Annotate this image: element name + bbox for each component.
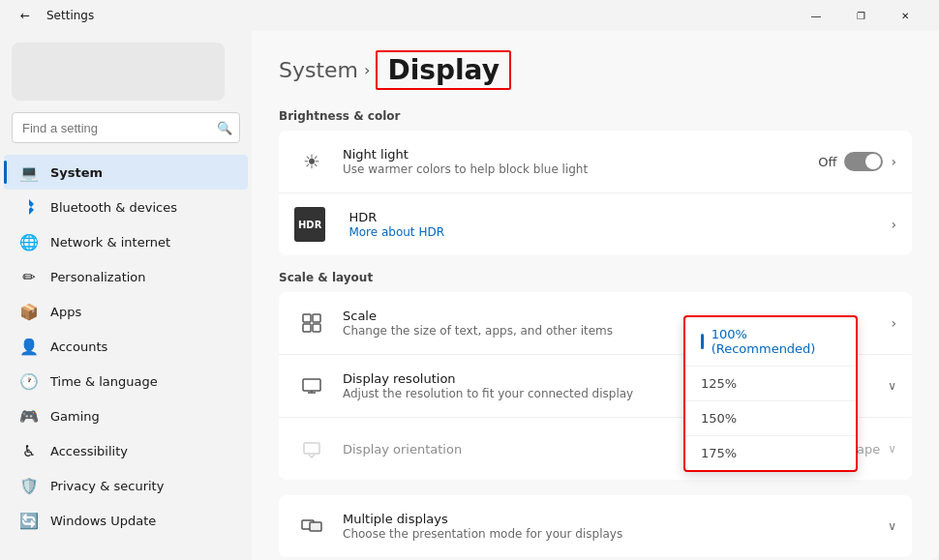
- scale-option-100[interactable]: 100% (Recommended): [685, 317, 856, 367]
- hdr-text: HDR More about HDR: [348, 210, 891, 239]
- scale-option-label: 125%: [701, 376, 737, 391]
- section-brightness-title: Brightness & color: [279, 109, 912, 123]
- display-orientation-icon: [294, 431, 329, 466]
- night-light-text: Night light Use warmer colors to help bl…: [343, 147, 818, 176]
- selected-indicator: [701, 334, 704, 349]
- svg-rect-9: [310, 522, 321, 531]
- scale-chevron: ›: [891, 315, 896, 331]
- scale-option-label: 175%: [701, 446, 737, 460]
- network-icon: 🌐: [19, 232, 39, 251]
- breadcrumb: System › Display: [279, 50, 912, 90]
- close-button[interactable]: ✕: [883, 0, 927, 31]
- accessibility-icon: ♿: [19, 441, 39, 460]
- scale-option-175[interactable]: 175%: [685, 436, 856, 470]
- multiple-displays-card: Multiple displays Choose the presentatio…: [279, 495, 912, 557]
- sidebar-item-label: Windows Update: [50, 514, 156, 528]
- window-title: Settings: [46, 9, 94, 22]
- svg-rect-4: [303, 379, 320, 391]
- personalization-icon: ✏️: [19, 267, 39, 286]
- multiple-displays-text: Multiple displays Choose the presentatio…: [343, 512, 888, 541]
- multiple-displays-icon: [294, 509, 329, 544]
- hdr-row[interactable]: HDR HDR More about HDR ›: [279, 193, 912, 255]
- titlebar-controls: — ❐ ✕: [794, 0, 927, 31]
- night-light-title: Night light: [343, 147, 818, 162]
- display-resolution-right: ∨: [888, 379, 896, 393]
- sidebar-item-accessibility[interactable]: ♿ Accessibility: [4, 433, 248, 468]
- night-light-right: Off ›: [818, 152, 896, 171]
- display-resolution-icon: [294, 368, 329, 403]
- svg-rect-3: [313, 324, 320, 332]
- user-avatar: [12, 43, 225, 101]
- gaming-icon: 🎮: [19, 406, 39, 426]
- brightness-card: ☀️ Night light Use warmer colors to help…: [279, 131, 912, 255]
- sidebar-item-label: Time & language: [50, 374, 158, 389]
- sidebar-item-label: Gaming: [50, 409, 100, 424]
- hdr-right: ›: [891, 217, 896, 232]
- svg-rect-1: [313, 314, 320, 322]
- hdr-title: HDR: [348, 210, 891, 224]
- sidebar-item-privacy[interactable]: 🛡️ Privacy & security: [4, 468, 248, 503]
- apps-icon: 📦: [19, 302, 39, 321]
- sidebar-item-accounts[interactable]: 👤 Accounts: [4, 329, 248, 364]
- titlebar: ← Settings — ❐ ✕: [0, 0, 939, 31]
- night-light-status: Off: [818, 155, 836, 169]
- bluetooth-icon: [19, 197, 39, 217]
- content-area: 🔍 💻 System Bluetooth & devices 🌐 Network…: [0, 31, 939, 560]
- scale-right: 100% (Recommended) 125% 150% 175%: [883, 315, 896, 331]
- sidebar-item-apps[interactable]: 📦 Apps: [4, 294, 248, 329]
- sidebar-item-time[interactable]: 🕐 Time & language: [4, 364, 248, 398]
- sidebar-item-label: Network & internet: [50, 235, 170, 250]
- multiple-displays-right: ∨: [888, 519, 896, 533]
- breadcrumb-current: Display: [376, 50, 510, 90]
- minimize-button[interactable]: —: [794, 0, 838, 31]
- multiple-displays-arrow: ∨: [888, 519, 896, 533]
- accounts-icon: 👤: [19, 337, 39, 356]
- system-icon: 💻: [19, 162, 39, 182]
- hdr-icon: HDR: [294, 207, 325, 242]
- night-light-chevron: ›: [891, 154, 896, 169]
- titlebar-left: ← Settings: [12, 2, 94, 29]
- night-light-icon: ☀️: [294, 144, 329, 179]
- sidebar-item-label: System: [50, 165, 103, 180]
- display-orientation-arrow: ∨: [888, 442, 896, 456]
- sidebar-item-label: Bluetooth & devices: [50, 200, 177, 215]
- sidebar-item-personalization[interactable]: ✏️ Personalization: [4, 259, 248, 294]
- sidebar-item-update[interactable]: 🔄 Windows Update: [4, 503, 248, 538]
- multiple-displays-row[interactable]: Multiple displays Choose the presentatio…: [279, 495, 912, 557]
- scale-row[interactable]: Scale Change the size of text, apps, and…: [279, 292, 912, 355]
- display-resolution-arrow: ∨: [888, 379, 896, 393]
- sidebar-item-label: Apps: [50, 305, 81, 319]
- search-container: 🔍: [12, 112, 240, 143]
- sidebar-item-bluetooth[interactable]: Bluetooth & devices: [4, 190, 248, 224]
- main-content: System › Display Brightness & color ☀️ N…: [252, 31, 939, 560]
- night-light-row[interactable]: ☀️ Night light Use warmer colors to help…: [279, 131, 912, 193]
- svg-rect-2: [303, 324, 311, 332]
- night-light-toggle[interactable]: [844, 152, 883, 171]
- privacy-icon: 🛡️: [19, 476, 39, 495]
- sidebar-item-system[interactable]: 💻 System: [4, 155, 248, 190]
- sidebar-item-gaming[interactable]: 🎮 Gaming: [4, 398, 248, 433]
- settings-window: ← Settings — ❐ ✕ 🔍 💻 System: [0, 0, 939, 560]
- sidebar-item-label: Accessibility: [50, 444, 128, 458]
- back-button[interactable]: ←: [12, 2, 39, 29]
- scale-option-150[interactable]: 150%: [685, 401, 856, 436]
- time-icon: 🕐: [19, 371, 39, 391]
- scale-card: Scale Change the size of text, apps, and…: [279, 292, 912, 480]
- update-icon: 🔄: [19, 511, 39, 530]
- scale-option-125[interactable]: 125%: [685, 367, 856, 401]
- multiple-displays-title: Multiple displays: [343, 512, 888, 526]
- breadcrumb-parent: System: [279, 58, 358, 82]
- sidebar: 🔍 💻 System Bluetooth & devices 🌐 Network…: [0, 31, 252, 560]
- svg-rect-7: [304, 443, 319, 454]
- night-light-subtitle: Use warmer colors to help block blue lig…: [343, 162, 818, 176]
- hdr-chevron: ›: [891, 217, 896, 232]
- sidebar-item-network[interactable]: 🌐 Network & internet: [4, 224, 248, 259]
- hdr-subtitle[interactable]: More about HDR: [348, 225, 891, 239]
- scale-option-label: 100% (Recommended): [712, 327, 840, 356]
- maximize-button[interactable]: ❐: [838, 0, 883, 31]
- scale-dropdown[interactable]: 100% (Recommended) 125% 150% 175%: [683, 315, 858, 472]
- sidebar-item-label: Accounts: [50, 339, 107, 354]
- scale-option-label: 150%: [701, 411, 737, 426]
- search-input[interactable]: [12, 112, 240, 143]
- scale-icon: [294, 306, 329, 340]
